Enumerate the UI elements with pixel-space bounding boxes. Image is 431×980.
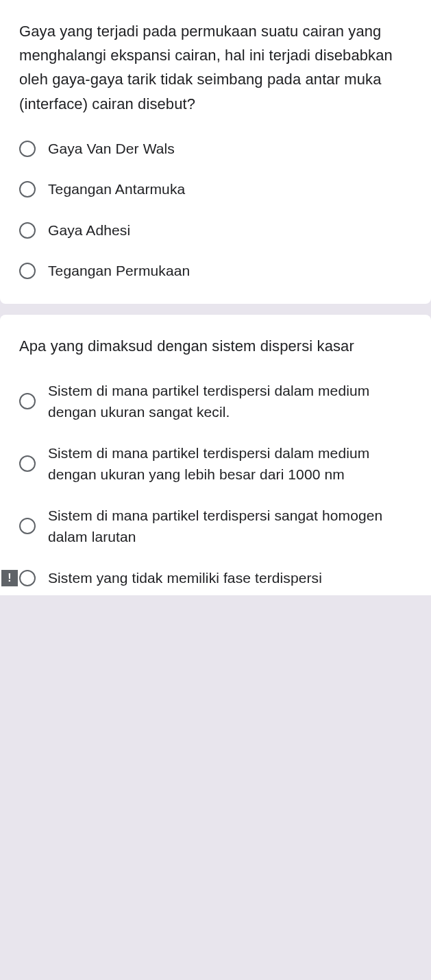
last-option-row: ! Sistem yang tidak memiliki fase terdis… <box>19 567 412 589</box>
question-card-1: Gaya yang terjadi pada permukaan suatu c… <box>0 0 431 304</box>
option-label: Sistem yang tidak memiliki fase terdispe… <box>48 567 322 589</box>
question-text-1: Gaya yang terjadi pada permukaan suatu c… <box>19 19 412 116</box>
option-1-2[interactable]: Tegangan Antarmuka <box>19 178 412 200</box>
radio-icon <box>19 263 36 279</box>
alert-column: ! <box>0 570 19 586</box>
option-label: Gaya Adhesi <box>48 219 130 241</box>
radio-icon <box>19 455 36 472</box>
radio-icon <box>19 393 36 409</box>
option-label: Sistem di mana partikel terdispersi sang… <box>48 505 412 548</box>
radio-icon <box>19 518 36 534</box>
options-group-1: Gaya Van Der Wals Tegangan Antarmuka Gay… <box>19 138 412 282</box>
option-1-3[interactable]: Gaya Adhesi <box>19 219 412 241</box>
option-1-4[interactable]: Tegangan Permukaan <box>19 260 412 282</box>
radio-icon <box>19 141 36 157</box>
question-text-2: Apa yang dimaksud dengan sistem dispersi… <box>19 334 412 358</box>
option-2-1[interactable]: Sistem di mana partikel terdispersi dala… <box>19 380 412 423</box>
question-card-2: Apa yang dimaksud dengan sistem dispersi… <box>0 315 431 596</box>
radio-icon <box>19 222 36 239</box>
options-group-2: Sistem di mana partikel terdispersi dala… <box>19 380 412 589</box>
option-label: Sistem di mana partikel terdispersi dala… <box>48 380 412 423</box>
radio-icon <box>19 181 36 198</box>
radio-icon <box>19 570 36 586</box>
option-2-2[interactable]: Sistem di mana partikel terdispersi dala… <box>19 442 412 486</box>
option-label: Gaya Van Der Wals <box>48 138 175 160</box>
option-2-4[interactable]: Sistem yang tidak memiliki fase terdispe… <box>19 567 412 589</box>
alert-icon[interactable]: ! <box>1 570 18 586</box>
option-label: Tegangan Antarmuka <box>48 178 185 200</box>
option-1-1[interactable]: Gaya Van Der Wals <box>19 138 412 160</box>
option-2-3[interactable]: Sistem di mana partikel terdispersi sang… <box>19 505 412 548</box>
option-label: Sistem di mana partikel terdispersi dala… <box>48 442 412 486</box>
option-label: Tegangan Permukaan <box>48 260 190 282</box>
